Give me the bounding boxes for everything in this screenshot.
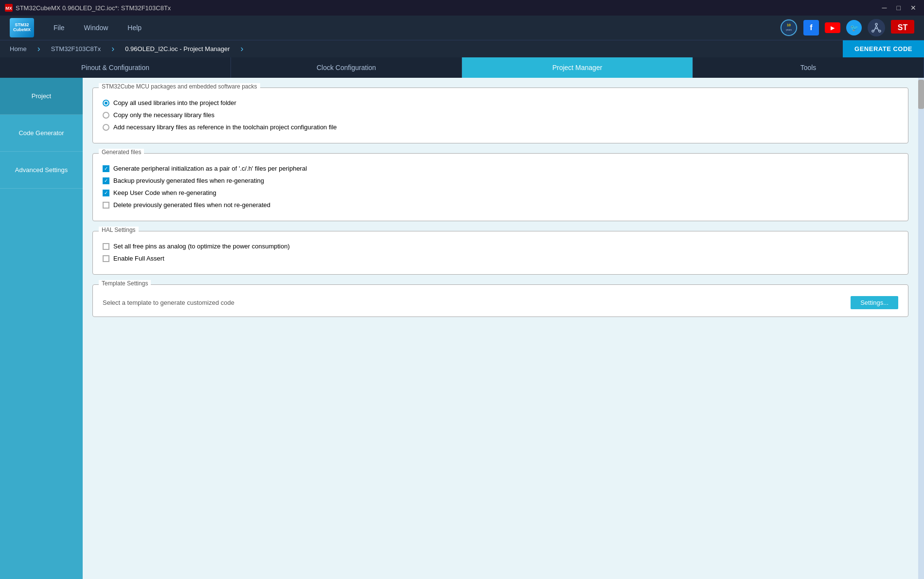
tab-project-manager-label: Project Manager (552, 64, 603, 71)
svg-text:ST: ST (898, 23, 908, 32)
maximize-button[interactable]: □ (894, 4, 904, 12)
breadcrumb-items: Home › STM32F103C8Tx › 0.96OLED_I2C.ioc … (0, 40, 245, 57)
app-icon: MX (5, 4, 13, 12)
radio-copy-necessary-circle (103, 112, 109, 119)
generate-code-button[interactable]: GENERATE CODE (843, 40, 924, 57)
hal-settings-group: HAL Settings Set all free pins as analog… (92, 231, 908, 275)
checkbox-gen-peripheral[interactable]: ✓ Generate peripheral initialization as … (103, 165, 898, 172)
breadcrumb-separator-3: › (241, 44, 244, 54)
breadcrumb-chip[interactable]: STM32F103C8Tx (41, 40, 111, 57)
window-menu[interactable]: Window (84, 24, 108, 32)
tab-pinout[interactable]: Pinout & Configuration (0, 57, 231, 78)
tab-project-manager[interactable]: Project Manager (462, 57, 693, 78)
checkbox-free-pins-box (103, 243, 109, 250)
radio-add-reference-circle (103, 124, 109, 131)
tab-clock[interactable]: Clock Configuration (231, 57, 462, 78)
sidebar-item-project[interactable]: Project (0, 78, 83, 115)
app-logo: STM32CubeMX (10, 18, 34, 37)
checkbox-delete-previous[interactable]: Delete previously generated files when n… (103, 201, 898, 209)
svg-text:10: 10 (787, 23, 791, 27)
template-settings-legend: Template Settings (99, 280, 151, 287)
help-menu[interactable]: Help (127, 24, 142, 32)
sidebar: Project Code Generator Advanced Settings (0, 78, 83, 579)
tab-tools-label: Tools (800, 64, 817, 71)
template-settings-content: Select a template to generate customized… (103, 296, 898, 309)
close-button[interactable]: ✕ (907, 4, 919, 12)
generated-files-group: Generated files ✓ Generate peripheral in… (92, 153, 908, 221)
file-menu[interactable]: File (53, 24, 65, 32)
anniversary-badge: 10 years (780, 19, 798, 36)
scrollbar-thumb[interactable] (918, 80, 924, 109)
sidebar-item-project-label: Project (32, 92, 51, 100)
facebook-icon[interactable]: f (803, 20, 819, 35)
checkbox-free-pins-label: Set all free pins as analog (to optimize… (113, 243, 290, 250)
breadcrumb-separator-2: › (111, 44, 114, 54)
content-area: Project Code Generator Advanced Settings… (0, 78, 924, 579)
mcu-packages-content: Copy all used libraries into the project… (103, 99, 898, 131)
svg-point-5 (875, 23, 877, 25)
svg-text:years: years (786, 28, 792, 31)
checkbox-backup-box: ✓ (103, 177, 109, 184)
tab-clock-label: Clock Configuration (317, 64, 376, 71)
mcu-packages-legend: STM32Cube MCU packages and embedded soft… (99, 83, 260, 90)
checkbox-full-assert[interactable]: Enable Full Assert (103, 255, 898, 262)
window-title: STM32CubeMX 0.96OLED_I2C.ioc*: STM32F103… (16, 4, 171, 12)
template-row: Select a template to generate customized… (103, 296, 898, 309)
title-bar-controls: ─ □ ✕ (879, 4, 919, 12)
logo-text: STM32CubeMX (13, 23, 31, 33)
radio-copy-necessary-label: Copy only the necessary library files (113, 111, 214, 119)
youtube-icon[interactable]: ▶ (825, 22, 840, 33)
svg-text:MX: MX (5, 6, 12, 11)
breadcrumb-project-label: 0.96OLED_I2C.ioc - Project Manager (125, 45, 230, 53)
checkbox-gen-peripheral-label: Generate peripheral initialization as a … (113, 165, 307, 172)
tab-pinout-label: Pinout & Configuration (81, 64, 149, 71)
radio-add-reference[interactable]: Add necessary library files as reference… (103, 123, 898, 131)
svg-line-11 (877, 28, 879, 31)
title-bar-left: MX STM32CubeMX 0.96OLED_I2C.ioc*: STM32F… (5, 4, 171, 12)
mcu-packages-group: STM32Cube MCU packages and embedded soft… (92, 88, 908, 143)
svg-point-2 (781, 20, 797, 35)
radio-copy-all-label: Copy all used libraries into the project… (113, 99, 236, 106)
generated-files-legend: Generated files (99, 149, 144, 156)
checkbox-gen-peripheral-box: ✓ (103, 165, 109, 172)
checkbox-full-assert-label: Enable Full Assert (113, 255, 164, 262)
checkbox-keep-user-code[interactable]: ✓ Keep User Code when re-generating (103, 189, 898, 196)
settings-button[interactable]: Settings... (851, 296, 898, 309)
checkbox-free-pins[interactable]: Set all free pins as analog (to optimize… (103, 243, 898, 250)
checkbox-delete-previous-box (103, 202, 109, 209)
title-bar: MX STM32CubeMX 0.96OLED_I2C.ioc*: STM32F… (0, 0, 924, 16)
checkbox-backup[interactable]: ✓ Backup previously generated files when… (103, 177, 898, 184)
main-tabs: Pinout & Configuration Clock Configurati… (0, 57, 924, 78)
st-logo: ST (891, 20, 914, 36)
main-content: STM32Cube MCU packages and embedded soft… (83, 78, 918, 579)
checkbox-full-assert-box (103, 255, 109, 262)
checkbox-backup-label: Backup previously generated files when r… (113, 177, 264, 184)
menu-bar-left: STM32CubeMX File Window Help (10, 18, 142, 37)
scrollbar-track[interactable] (918, 78, 924, 579)
svg-line-10 (874, 28, 875, 31)
sidebar-item-code-generator[interactable]: Code Generator (0, 115, 83, 152)
menu-bar: STM32CubeMX File Window Help 10 years f … (0, 16, 924, 40)
breadcrumb-home[interactable]: Home (0, 40, 36, 57)
template-settings-group: Template Settings Select a template to g… (92, 284, 908, 317)
generated-files-content: ✓ Generate peripheral initialization as … (103, 165, 898, 209)
radio-copy-necessary[interactable]: Copy only the necessary library files (103, 111, 898, 119)
logo-box: STM32CubeMX (10, 18, 34, 37)
checkbox-keep-user-code-label: Keep User Code when re-generating (113, 189, 216, 196)
menu-items: File Window Help (53, 24, 142, 32)
minimize-button[interactable]: ─ (879, 4, 890, 12)
breadcrumb-home-label: Home (10, 45, 27, 53)
tab-tools[interactable]: Tools (693, 57, 924, 78)
twitter-icon[interactable]: 🐦 (846, 20, 862, 35)
menu-bar-right: 10 years f ▶ 🐦 ST (780, 19, 914, 36)
breadcrumb-project[interactable]: 0.96OLED_I2C.ioc - Project Manager (115, 40, 239, 57)
template-placeholder-text: Select a template to generate customized… (103, 299, 234, 306)
checkbox-delete-previous-label: Delete previously generated files when n… (113, 201, 270, 209)
network-icon (868, 19, 885, 36)
breadcrumb-bar: Home › STM32F103C8Tx › 0.96OLED_I2C.ioc … (0, 40, 924, 57)
radio-copy-all[interactable]: Copy all used libraries into the project… (103, 99, 898, 106)
breadcrumb-chip-label: STM32F103C8Tx (51, 45, 101, 53)
sidebar-item-advanced-settings[interactable]: Advanced Settings (0, 152, 83, 189)
sidebar-item-code-generator-label: Code Generator (18, 129, 64, 137)
radio-copy-all-circle (103, 100, 109, 106)
